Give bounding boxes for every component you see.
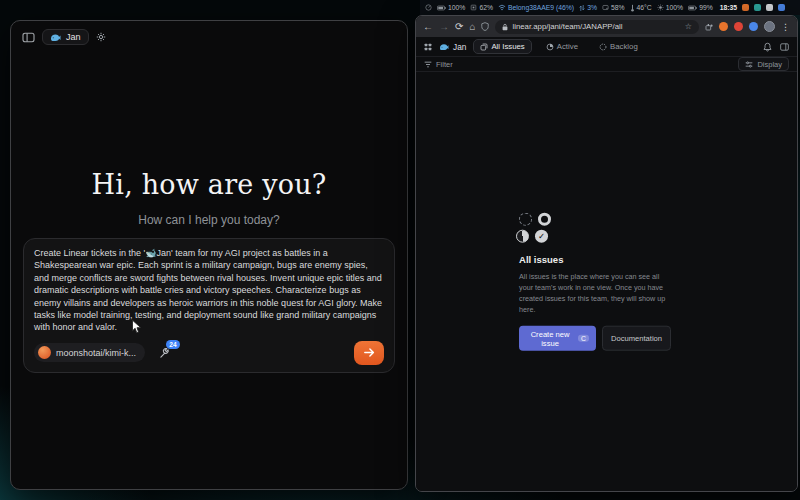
done-status-icon: ✓ (535, 229, 548, 242)
linear-app: Jan All Issues Active (416, 37, 797, 491)
whale-icon (439, 43, 449, 51)
greeting-title: Hi, how are you? (11, 169, 407, 200)
empty-state-buttons: Create new issue C Documentation (519, 326, 671, 351)
empty-state-description: All issues is the place where you can se… (519, 270, 671, 315)
filter-icon (424, 61, 432, 68)
system-status-bar: 100% 62% Belong38AAE9 (46%) 3% 58% 46°C … (420, 0, 800, 15)
thermometer-icon (630, 4, 635, 12)
battery2-status: 99% (688, 4, 713, 11)
up-down-arrows-icon (579, 4, 585, 12)
tray-icon-blue[interactable] (778, 4, 785, 11)
extensions-puzzle-icon[interactable] (705, 23, 713, 31)
shortcut-badge: C (578, 335, 589, 342)
mouse-cursor (131, 319, 142, 334)
sun-icon (657, 4, 664, 11)
backlog-status-icon (519, 212, 532, 225)
chat-empty-state: Hi, how are you? How can I help you toda… (11, 169, 407, 227)
brightness-status: 100% (657, 4, 683, 11)
forward-icon[interactable]: → (439, 22, 449, 32)
temperature-status: 46°C (630, 4, 652, 12)
chat-header: Jan (11, 21, 407, 53)
app-grid-icon[interactable] (424, 43, 432, 51)
extension-icon-red[interactable] (734, 22, 743, 31)
shield-icon[interactable] (481, 22, 489, 31)
bookmark-star-icon[interactable]: ☆ (685, 22, 692, 31)
disk-status: 58% (602, 4, 625, 11)
display-button[interactable]: Display (738, 57, 789, 71)
chat-input-box[interactable]: Create Linear tickets in the '🐋Jan' team… (23, 238, 395, 373)
settings-gear-icon[interactable] (96, 32, 106, 42)
jan-chat-window: Jan Hi, how are you? How can I help you … (10, 20, 408, 490)
chat-input-text[interactable]: Create Linear tickets in the '🐋Jan' team… (34, 247, 384, 334)
documentation-button[interactable]: Documentation (602, 326, 671, 351)
filter-button[interactable]: Filter (424, 60, 453, 69)
linear-filter-bar: Filter Display (416, 56, 797, 72)
wifi-status[interactable]: Belong38AAE9 (46%) (498, 4, 574, 11)
check-glyph: ✓ (538, 231, 545, 240)
sidebar-toggle-icon[interactable] (22, 32, 35, 43)
profile-avatar[interactable] (764, 21, 775, 32)
linear-team-switcher[interactable]: Jan (439, 42, 466, 52)
battery-status: 100% (437, 4, 465, 11)
model-provider-icon (38, 346, 51, 359)
sliders-icon (745, 61, 753, 68)
tools-count-badge: 24 (166, 340, 180, 349)
home-icon[interactable]: ⌂ (469, 22, 475, 32)
browser-menu-icon[interactable]: ⋮ (781, 22, 790, 32)
team-selector[interactable]: Jan (42, 29, 89, 45)
todo-status-icon (538, 212, 551, 225)
clock: 18:35 (720, 4, 737, 11)
reload-icon[interactable]: ⟳ (455, 22, 463, 32)
dashed-circle-icon (599, 43, 607, 51)
greeting-subtitle: How can I help you today? (11, 213, 407, 227)
copy-icon (480, 43, 488, 51)
tab-bar-actions (763, 42, 789, 52)
side-panel-icon[interactable] (780, 43, 789, 51)
chat-input-controls: moonshotai/kimi-k... 24 (34, 341, 384, 365)
send-button[interactable] (354, 341, 384, 365)
address-bar[interactable]: linear.app/jani/team/JANAPP/all ☆ (495, 20, 699, 34)
status-icons-row-1 (519, 212, 671, 225)
tray-icon-orange[interactable] (742, 4, 749, 11)
browser-toolbar: ← → ⟳ ⌂ linear.app/jani/team/JANAPP/all … (416, 16, 797, 37)
tab-all-issues[interactable]: All Issues (473, 39, 531, 54)
bell-icon[interactable] (763, 42, 772, 52)
team-name-label: Jan (66, 32, 81, 42)
battery-icon-2 (688, 5, 697, 11)
extension-icon-blue[interactable] (749, 22, 758, 31)
model-name-label: moonshotai/kimi-k... (56, 348, 136, 358)
empty-state-title: All issues (519, 253, 671, 264)
create-new-issue-button[interactable]: Create new issue C (519, 326, 596, 351)
gauge-icon (425, 4, 432, 11)
wifi-icon (498, 4, 506, 11)
whale-icon (50, 33, 61, 42)
in-progress-circle-icon (546, 43, 554, 51)
memory-status: 62% (470, 4, 493, 11)
battery-icon (437, 5, 446, 11)
linear-team-name: Jan (453, 42, 466, 52)
lock-icon (502, 23, 508, 31)
disk-icon (602, 4, 609, 11)
tray-icon-teal[interactable] (754, 4, 761, 11)
send-arrow-icon (363, 347, 376, 358)
browser-window: ← → ⟳ ⌂ linear.app/jani/team/JANAPP/all … (415, 15, 798, 492)
tab-active[interactable]: Active (539, 39, 585, 54)
model-selector[interactable]: moonshotai/kimi-k... (34, 343, 145, 362)
linear-main-content: ✓ All issues All issues is the place whe… (416, 72, 797, 491)
tray-icon-light[interactable] (766, 4, 773, 11)
status-icons-row-2: ✓ (516, 229, 671, 242)
tools-button[interactable]: 24 (159, 347, 171, 359)
linear-tab-bar: Jan All Issues Active (416, 37, 797, 56)
in-progress-status-icon (516, 229, 529, 242)
back-icon[interactable]: ← (423, 22, 433, 32)
extension-icon-orange[interactable] (719, 22, 728, 31)
all-issues-empty-state: ✓ All issues All issues is the place whe… (519, 212, 671, 351)
memory-chip-icon (470, 4, 477, 11)
network-traffic-status: 3% (579, 4, 597, 12)
tab-backlog[interactable]: Backlog (592, 39, 645, 54)
url-text: linear.app/jani/team/JANAPP/all (512, 22, 680, 31)
